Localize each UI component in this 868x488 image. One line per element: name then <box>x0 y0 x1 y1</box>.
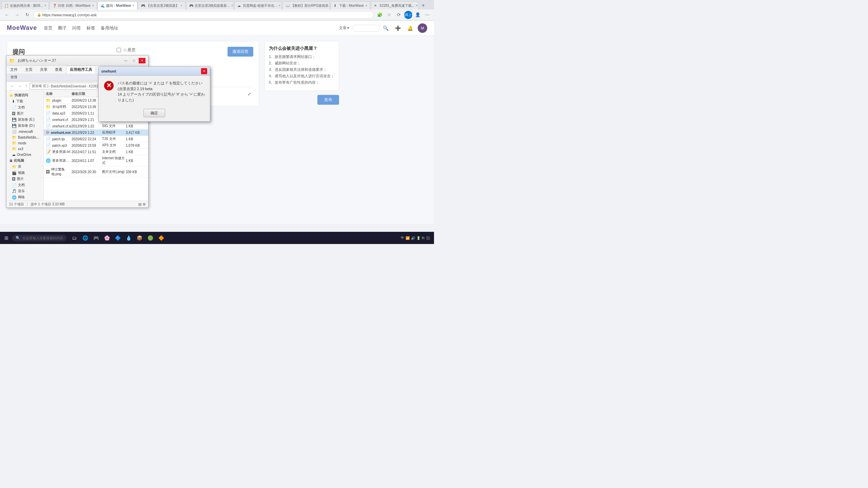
tab-2[interactable]: 🌊 提问 - MoeWave × <box>98 1 137 9</box>
star-icon[interactable]: ☆ <box>385 11 393 19</box>
nav-tags[interactable]: 标签 <box>86 25 95 31</box>
fe-back-button[interactable]: ← <box>9 83 15 89</box>
fe-sidebar-documents[interactable]: 📄文档 <box>6 182 43 188</box>
profile-icon[interactable]: 👤 <box>414 11 422 19</box>
nav-backup[interactable]: 备用地址 <box>101 25 118 31</box>
fe-sidebar-drive-d[interactable]: 💾新加卷 (D:) <box>6 123 43 129</box>
tab-0-close[interactable]: × <box>44 4 46 7</box>
tab-4[interactable]: 🎮 吉里吉里2模拟器最新... × <box>186 1 234 9</box>
fe-ribbon-manage[interactable]: 管理 <box>9 75 19 80</box>
network-icon[interactable]: 📶 <box>406 236 410 240</box>
table-row[interactable]: 📄patch.xp3 2020/6/22 23:59 XP3 文件 1,078 … <box>44 142 148 149</box>
taskbar-clock[interactable]: Ih <box>422 236 425 240</box>
fe-sidebar-xx3[interactable]: 📁xx3 <box>6 146 43 152</box>
article-dropdown[interactable]: 文章 ▾ <box>339 25 349 30</box>
search-input[interactable] <box>353 25 380 32</box>
fe-address-box[interactable]: 新加卷 (E:) › BaiduNetdiskDownload › X2281 … <box>29 83 98 89</box>
battery-icon[interactable]: 🔋 <box>416 236 420 240</box>
fe-sidebar-network[interactable]: 🌐网络 <box>6 194 43 200</box>
volume-icon[interactable]: 🔊 <box>411 236 415 240</box>
submit-button[interactable]: 邀请回答 <box>228 47 253 57</box>
tab-5[interactable]: ☁ 百度网盘-链接不存在... × <box>234 1 282 9</box>
tab-1-close[interactable]: × <box>92 4 94 7</box>
nav-home[interactable]: 首页 <box>44 25 53 31</box>
publish-button[interactable]: 发布 <box>317 95 339 105</box>
fe-close-button[interactable]: ✕ <box>139 58 145 63</box>
taskbar-browser-icon[interactable]: 🌐 <box>80 233 90 243</box>
tab-7-close[interactable]: × <box>365 4 367 7</box>
dialog-ok-button[interactable]: 确定 <box>143 109 165 117</box>
fe-tab-file[interactable]: 文件 <box>6 66 21 74</box>
taskbar-app2-icon[interactable]: 🟢 <box>145 233 155 243</box>
fe-view-list-icon[interactable]: ▤ <box>138 202 141 206</box>
extensions-icon[interactable]: 🧩 <box>376 11 384 19</box>
taskbar-moegirl-icon[interactable]: 🌸 <box>102 233 112 243</box>
fe-sidebar-music[interactable]: 🎵音乐 <box>6 188 43 194</box>
fe-sidebar-baidu[interactable]: 📁BaiduNetdiskDow <box>6 135 43 140</box>
fe-maximize-button[interactable]: □ <box>131 58 137 63</box>
tab-5-close[interactable]: × <box>278 4 280 7</box>
table-row[interactable]: ⚙onehunt.exe 2012/9/29 1:22 应用程序 3,417 K… <box>44 129 148 136</box>
back-button[interactable]: ← <box>3 11 11 19</box>
taskbar-steam-icon[interactable]: 🎮 <box>91 233 101 243</box>
fe-sidebar-pics[interactable]: 🖼图片 <box>6 110 43 117</box>
fe-tab-tools[interactable]: 应用程序工具 <box>66 66 96 74</box>
fe-minimize-button[interactable]: — <box>122 58 129 63</box>
input-method-icon[interactable]: 中 <box>401 236 404 240</box>
tab-2-close[interactable]: × <box>133 4 135 7</box>
fe-sidebar-video[interactable]: 🎬视频 <box>6 170 43 176</box>
nav-qa[interactable]: 问答 <box>72 25 81 31</box>
search-button[interactable]: 🔍 <box>381 24 390 33</box>
add-icon[interactable]: ➕ <box>393 24 402 33</box>
fe-sidebar-library[interactable]: 📁库 <box>6 164 43 170</box>
taskbar-app1-icon[interactable]: 📦 <box>134 233 144 243</box>
taskbar-steam2-icon[interactable]: 💧 <box>123 233 134 243</box>
dialog-close-button[interactable]: ✕ <box>201 68 207 74</box>
new-tab-button[interactable]: + <box>419 1 427 9</box>
tab-3-close[interactable]: × <box>180 4 182 7</box>
fe-sidebar-mods[interactable]: 📁mods <box>6 140 43 146</box>
notification-center-icon[interactable]: ⬛ <box>426 236 430 240</box>
table-row[interactable]: 🌐更多资源尽在-小鸟ACG游论坛-永久发布... 2022/4/11 1:07 … <box>44 155 148 166</box>
fe-sidebar-drive-e[interactable]: 💾新加卷 (E:) <box>6 117 43 123</box>
taskbar-files-icon[interactable]: 🗂 <box>69 233 79 243</box>
fe-tab-home[interactable]: 主页 <box>21 66 36 74</box>
fe-sidebar-images[interactable]: 🖼图片 <box>6 176 43 182</box>
tab-1[interactable]: ❓ 问答 归档 - MoeWave × <box>50 1 97 9</box>
fe-sidebar-minecraft[interactable]: ⬜.minecraft <box>6 129 43 135</box>
table-row[interactable]: 📝更多资源.txt 2022/4/17 11:51 文本文档 1 KB <box>44 149 148 155</box>
taskbar-search-input[interactable] <box>22 236 63 240</box>
fe-sidebar-docs[interactable]: 📄文档 <box>6 104 43 110</box>
bounty-checkbox[interactable] <box>117 48 121 52</box>
refresh-button[interactable]: ↻ <box>23 11 31 19</box>
address-bar[interactable]: 🔒 https://www.mwacg1.com/po-ask <box>33 11 374 19</box>
fe-sidebar-onedrive[interactable]: ☁OneDrive <box>6 152 43 158</box>
tab-3[interactable]: 🎮 【吉里吉里2模拟器】 × <box>138 1 185 9</box>
tab-7[interactable]: ⬇ 下载 - MoeWave × <box>331 1 370 9</box>
forward-button[interactable]: → <box>13 11 21 19</box>
copilot-button[interactable]: 拖肩上传 <box>404 11 412 19</box>
fe-view-grid-icon[interactable]: ⊞ <box>143 202 145 206</box>
start-button[interactable]: ⊞ <box>1 233 12 243</box>
fe-thispc-header[interactable]: 🖥 此电脑 <box>6 158 43 164</box>
table-row[interactable]: 📄patch.tjs 2020/6/22 22:24 TJS 文件 1 KB <box>44 136 148 142</box>
tab-6[interactable]: 📖 【教程】部分RPG游戏添... × <box>282 1 330 9</box>
taskbar-app3-icon[interactable]: 🔶 <box>156 233 166 243</box>
menu-icon[interactable]: ⋯ <box>423 11 431 19</box>
fe-tab-view[interactable]: 查看 <box>51 66 66 74</box>
fe-quick-access-header[interactable]: ⭐ 快速访问 <box>6 92 43 98</box>
tab-8[interactable]: ✕ X2281_免费高速下载... × <box>371 1 418 9</box>
tab-0[interactable]: 📋 全族的维尔弟 · 第09... × <box>1 1 49 9</box>
fe-up-button[interactable]: ↑ <box>24 83 28 89</box>
taskbar-edge-icon[interactable]: 🔷 <box>113 233 123 243</box>
fe-sidebar-download[interactable]: ⬇下载 <box>6 98 43 104</box>
tab-8-close[interactable]: × <box>416 4 418 7</box>
fullscreen-button[interactable]: ⤢ <box>245 90 253 98</box>
nav-circle[interactable]: 圈子 <box>58 25 67 31</box>
fe-forward-button[interactable]: → <box>17 83 23 89</box>
notification-icon[interactable]: 🔔 <box>406 24 414 33</box>
table-row[interactable]: 🖼绅士繁集地.png 2022/3/26 20:30 图片文件(.png) 33… <box>44 166 148 178</box>
user-avatar[interactable]: M <box>418 23 427 33</box>
fe-tab-share[interactable]: 共享 <box>36 66 51 74</box>
tab-4-close[interactable]: × <box>231 4 233 7</box>
